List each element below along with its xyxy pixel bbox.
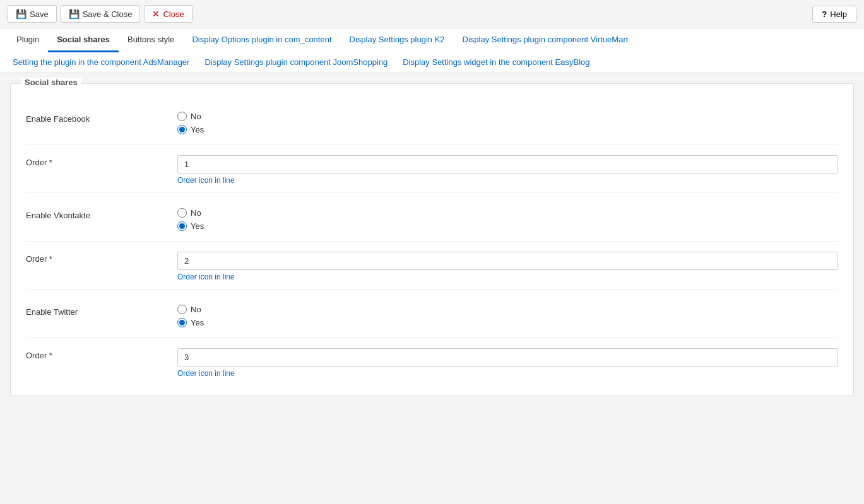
separator-4 (26, 289, 838, 290)
separator-1 (26, 144, 838, 145)
tab-display-joomshopping[interactable]: Display Settings plugin component JoomSh… (199, 56, 393, 69)
separator-5 (26, 337, 838, 338)
tab-plugin[interactable]: Plugin (8, 28, 48, 52)
close-label: Close (163, 9, 184, 19)
radio-label-twitter-yes: Yes (191, 318, 204, 327)
hint-order-facebook: Order icon in line (177, 176, 838, 185)
close-button[interactable]: ✕ Close (144, 5, 192, 23)
form-row-enable-twitter: Enable Twitter No Yes (26, 295, 838, 327)
radio-twitter-no[interactable]: No (177, 305, 838, 314)
hint-order-vkontakte: Order icon in line (177, 273, 838, 281)
label-order-vkontakte: Order * (26, 252, 177, 264)
label-order-twitter: Order * (26, 348, 177, 360)
radio-facebook-no[interactable]: No (177, 112, 838, 121)
control-order-vkontakte: Order icon in line (177, 252, 838, 281)
form-row-enable-vkontakte: Enable Vkontakte No Yes (26, 198, 838, 231)
radio-facebook-yes[interactable]: Yes (177, 125, 838, 134)
radio-vkontakte-yes[interactable]: Yes (177, 221, 838, 231)
tab-display-easyblog[interactable]: Display Settings widget in the component… (398, 56, 595, 69)
radio-input-twitter-no[interactable] (177, 305, 187, 314)
save-label: Save (30, 9, 49, 19)
tab-setting-adsmanager[interactable]: Setting the plugin in the component AdsM… (8, 56, 194, 69)
radio-input-vkontakte-yes[interactable] (177, 221, 187, 231)
save-button[interactable]: 💾 Save (8, 5, 57, 23)
help-button[interactable]: ? Help (812, 6, 856, 23)
label-enable-facebook: Enable Facebook (26, 112, 177, 124)
radio-twitter-yes[interactable]: Yes (177, 318, 838, 327)
section-title: Social shares (21, 78, 81, 87)
toolbar-right: ? Help (812, 6, 856, 23)
radio-group-facebook: No Yes (177, 112, 838, 134)
radio-label-facebook-yes: Yes (191, 125, 204, 134)
separator-2 (26, 192, 838, 193)
input-order-twitter[interactable] (177, 348, 838, 366)
radio-label-facebook-no: No (191, 112, 201, 121)
control-enable-twitter: No Yes (177, 305, 838, 327)
question-icon: ? (822, 9, 827, 19)
control-order-facebook: Order icon in line (177, 155, 838, 185)
radio-input-facebook-yes[interactable] (177, 125, 187, 134)
tab-display-settings-virtuemart[interactable]: Display Settings plugin component Virtue… (454, 28, 637, 52)
radio-input-twitter-yes[interactable] (177, 318, 187, 327)
form-row-order-facebook: Order * Order icon in line (26, 150, 838, 187)
tab-social-shares[interactable]: Social shares (48, 28, 119, 52)
input-order-vkontakte[interactable] (177, 252, 838, 270)
input-order-facebook[interactable] (177, 155, 838, 173)
section-box: Social shares Enable Facebook No Yes (10, 83, 854, 396)
save-close-label: Save & Close (83, 9, 133, 19)
label-enable-twitter: Enable Twitter (26, 305, 177, 317)
tab-display-options-com-content[interactable]: Display Options plugin in com_content (183, 28, 340, 52)
tab-display-settings-k2[interactable]: Display Settings plugin K2 (341, 28, 454, 52)
radio-input-vkontakte-no[interactable] (177, 208, 187, 218)
radio-label-vkontakte-no: No (191, 208, 201, 218)
label-enable-vkontakte: Enable Vkontakte (26, 208, 177, 220)
control-enable-vkontakte: No Yes (177, 208, 838, 231)
separator-3 (26, 241, 838, 242)
radio-input-facebook-no[interactable] (177, 112, 187, 121)
radio-vkontakte-no[interactable]: No (177, 208, 838, 218)
radio-group-twitter: No Yes (177, 305, 838, 327)
form-row-order-twitter: Order * Order icon in line (26, 343, 838, 380)
tabs-row2: Setting the plugin in the component AdsM… (8, 52, 856, 73)
control-order-twitter: Order icon in line (177, 348, 838, 378)
form-row-order-vkontakte: Order * Order icon in line (26, 247, 838, 284)
save-close-button[interactable]: 💾 Save & Close (61, 5, 141, 23)
toolbar: 💾 Save 💾 Save & Close ✕ Close ? Help (0, 0, 864, 28)
control-enable-facebook: No Yes (177, 112, 838, 134)
radio-group-vkontakte: No Yes (177, 208, 838, 231)
hint-order-twitter: Order icon in line (177, 369, 838, 378)
radio-label-twitter-no: No (191, 305, 201, 314)
label-order-facebook: Order * (26, 155, 177, 167)
form-row-enable-facebook: Enable Facebook No Yes (26, 97, 838, 134)
help-label: Help (830, 9, 847, 19)
tab-buttons-style[interactable]: Buttons style (119, 28, 183, 52)
tabs-row1: Plugin Social shares Buttons style Displ… (8, 28, 856, 52)
main-content: Social shares Enable Facebook No Yes (0, 73, 864, 504)
close-icon: ✕ (152, 9, 160, 19)
radio-label-vkontakte-yes: Yes (191, 221, 204, 231)
save-icon: 💾 (16, 9, 27, 19)
tabs-container: Plugin Social shares Buttons style Displ… (0, 28, 864, 73)
save-close-icon: 💾 (69, 9, 80, 19)
